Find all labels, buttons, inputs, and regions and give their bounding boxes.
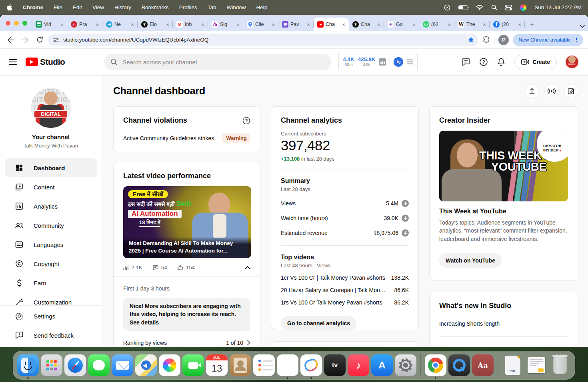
close-tab-icon[interactable]: × <box>446 22 452 28</box>
sidebar-item-dashboard[interactable]: Dashboard <box>5 158 97 177</box>
forward-icon[interactable] <box>19 34 31 46</box>
browser-tab-chatgpt-1[interactable]: Elo × <box>138 18 173 31</box>
sidebar-item-settings[interactable]: Settings <box>5 306 97 326</box>
dock-launchpad[interactable] <box>41 354 62 376</box>
dock-calendar[interactable]: JUL13 <box>206 354 228 376</box>
control-center-icon[interactable] <box>505 5 512 10</box>
siri-icon[interactable] <box>520 4 526 11</box>
go-to-channel-analytics-button[interactable]: Go to channel analytics <box>281 316 356 330</box>
sidebar-item-community[interactable]: Community <box>5 216 97 235</box>
minimize-window-button[interactable] <box>14 21 19 26</box>
close-tab-icon[interactable]: × <box>94 22 100 28</box>
close-tab-icon[interactable]: × <box>270 22 276 28</box>
spotlight-icon[interactable] <box>491 4 497 10</box>
url-text[interactable]: studio.youtube.com/channel/UCqpdVWIzEQUc… <box>63 37 464 43</box>
notifications-bell-icon[interactable] <box>497 58 506 66</box>
sidebar-item-copyright[interactable]: Copyright <box>5 254 97 273</box>
top-video-row[interactable]: 20 Hazar Salary se Crorepati | Talk Mone… <box>281 287 409 293</box>
ranking-chevron-icon[interactable] <box>247 340 250 345</box>
browser-tab-telegram[interactable]: Ne × <box>102 18 138 31</box>
dock-quicktime[interactable] <box>448 354 470 376</box>
channel-avatar-large[interactable]: DIGITAL DIGITAL DIGITAL DIGITAL DIGITAL <box>31 88 71 128</box>
channel-avatar-small[interactable]: DIGITAL <box>566 56 578 68</box>
browser-tab-youtube-studio-active[interactable]: Cha × <box>314 18 349 31</box>
whats-new-item[interactable]: Increasing Shorts length <box>439 320 568 327</box>
sidebar-item-analytics[interactable]: Analytics <box>5 197 97 216</box>
close-tab-icon[interactable]: × <box>165 22 170 28</box>
browser-tab-linkedin[interactable]: in Pra × <box>67 18 102 31</box>
top-video-row[interactable]: 1cr Vs 100 Cr | Talk Money Pavan #shorts… <box>281 275 409 281</box>
collapse-chevron-icon[interactable] <box>245 266 250 269</box>
extensions-icon[interactable] <box>482 36 490 44</box>
dock-photos[interactable] <box>159 354 180 376</box>
browser-tab-gmail[interactable]: M Inb × <box>173 18 208 31</box>
menubar-app-name[interactable]: Chrome <box>23 4 43 10</box>
sidebar-item-earn[interactable]: Earn <box>5 273 97 292</box>
watch-on-youtube-button[interactable]: Watch on YouTube <box>439 253 502 268</box>
vidiq-logo-icon[interactable]: iQ <box>394 57 403 67</box>
close-tab-icon[interactable]: × <box>235 22 241 28</box>
youtube-studio-logo[interactable]: Studio <box>26 57 65 67</box>
close-tab-icon[interactable]: × <box>130 22 135 28</box>
dock-pdf-document[interactable]: PDF <box>502 354 524 376</box>
dock-maps[interactable] <box>135 354 157 376</box>
create-button[interactable]: Create <box>514 55 557 69</box>
close-tab-icon[interactable]: × <box>411 22 417 28</box>
tab-search-chevron[interactable] <box>580 25 585 28</box>
chrome-update-button[interactable]: New Chrome available ⋮ <box>513 34 583 46</box>
bookmark-star-icon[interactable] <box>468 36 474 43</box>
menu-view[interactable]: View <box>92 4 104 10</box>
wifi-icon[interactable] <box>476 5 483 10</box>
dock-reminders[interactable] <box>253 354 275 376</box>
site-settings-icon[interactable] <box>53 37 59 43</box>
dock-textedit-document[interactable] <box>526 354 547 376</box>
dock-freeform[interactable] <box>300 354 322 376</box>
browser-tab-gemini[interactable]: Go × <box>384 18 419 31</box>
back-icon[interactable] <box>5 34 17 46</box>
menu-bookmarks[interactable]: Bookmarks <box>142 4 169 10</box>
chrome-profile-avatar[interactable]: P <box>498 35 509 45</box>
browser-tab-list[interactable]: Pav × <box>278 18 314 31</box>
violations-help-icon[interactable]: ? <box>242 117 250 125</box>
dock-dictionary[interactable]: Aa <box>472 354 494 376</box>
dock-notes[interactable] <box>277 354 298 376</box>
browser-tab-whatsapp[interactable]: (62 × <box>419 18 454 31</box>
reload-icon[interactable] <box>34 34 46 46</box>
sidebar-item-content[interactable]: Content <box>5 177 97 197</box>
menu-edit[interactable]: Edit <box>73 4 82 10</box>
upload-videos-button[interactable] <box>525 84 539 98</box>
dock-system-settings[interactable] <box>395 354 416 376</box>
menu-profiles[interactable]: Profiles <box>179 4 197 10</box>
media-playing-icon[interactable] <box>444 4 450 11</box>
menu-help[interactable]: Help <box>256 4 267 10</box>
feedback-icon[interactable] <box>462 58 470 66</box>
chrome-menu-icon[interactable]: ⋮ <box>574 37 579 43</box>
sidebar-item-send-feedback[interactable]: Send feedback <box>5 326 97 345</box>
menu-hamburger-icon[interactable] <box>9 59 17 65</box>
edit-button[interactable] <box>564 84 578 98</box>
dock-contacts[interactable] <box>230 354 251 376</box>
menu-tab[interactable]: Tab <box>208 4 216 10</box>
battery-icon[interactable] <box>458 5 468 10</box>
dock-mail[interactable] <box>112 354 133 376</box>
close-tab-icon[interactable]: × <box>482 22 487 28</box>
new-tab-button[interactable]: + <box>526 19 538 30</box>
studio-search-bar[interactable] <box>104 54 331 70</box>
vidiq-stats-widget[interactable]: 4.4K 60m 425.8K 48h iQ <box>338 53 418 71</box>
close-tab-icon[interactable]: × <box>200 22 206 28</box>
help-icon[interactable]: ? <box>479 58 488 66</box>
browser-tab-signals[interactable]: Sig × <box>208 18 243 31</box>
browser-tab-client[interactable]: Clie × <box>243 18 278 31</box>
apple-icon[interactable] <box>6 4 12 11</box>
dock-apple-tv[interactable]: tv <box>324 354 346 376</box>
browser-tab-facebook[interactable]: f (20 × <box>490 18 525 31</box>
warning-badge[interactable]: Warning <box>222 133 250 143</box>
close-tab-icon[interactable]: × <box>376 22 382 28</box>
dock-messages[interactable] <box>88 354 110 376</box>
dock-safari[interactable] <box>64 354 86 376</box>
dock-chrome[interactable] <box>425 354 446 376</box>
close-window-button[interactable] <box>6 21 10 26</box>
close-tab-icon[interactable]: × <box>341 22 346 28</box>
dock-facetime[interactable] <box>182 354 204 376</box>
creator-insider-thumbnail[interactable]: THIS WEEK AT YOUTUBE CREATOR INSIDER <box>439 131 568 201</box>
